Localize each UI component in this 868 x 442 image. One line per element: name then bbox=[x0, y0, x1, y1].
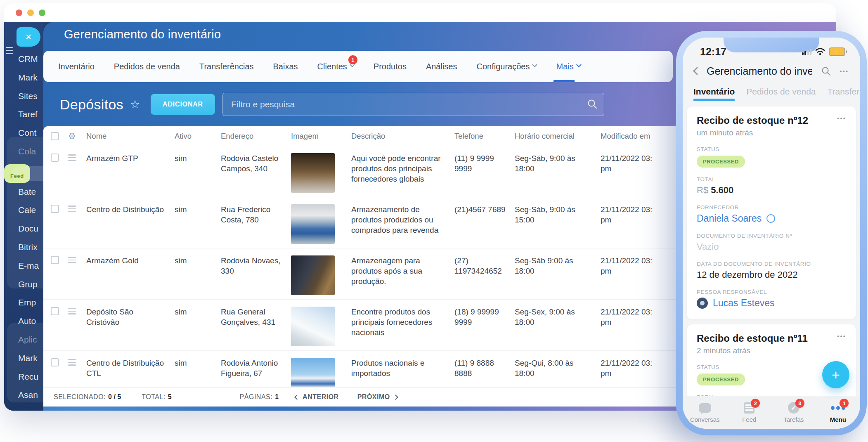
back-chevron-icon[interactable] bbox=[693, 67, 701, 75]
card-menu-icon[interactable]: ••• bbox=[837, 115, 846, 122]
drag-handle-icon[interactable] bbox=[68, 206, 76, 214]
row-checkbox[interactable] bbox=[51, 154, 59, 162]
drag-handle-icon[interactable] bbox=[68, 154, 76, 163]
window-zoom-button[interactable] bbox=[39, 9, 45, 16]
cell-active: sim bbox=[175, 307, 221, 317]
row-checkbox[interactable] bbox=[51, 205, 59, 213]
drag-handle-icon[interactable] bbox=[68, 308, 76, 316]
sidebar-item-grupos[interactable]: Grup bbox=[4, 275, 43, 294]
search-icon[interactable] bbox=[587, 99, 598, 109]
sidebar-item-email[interactable]: E-ma bbox=[4, 257, 43, 275]
sidebar-item-documentos[interactable]: Docu bbox=[4, 220, 43, 238]
field-label: TOTAL bbox=[697, 176, 846, 182]
responsible-person-link[interactable]: Lucas Esteves bbox=[697, 298, 846, 309]
bottomnav-tarefas[interactable]: ✓ 3 Tarefas bbox=[771, 396, 816, 429]
search-input[interactable] bbox=[222, 93, 604, 116]
favorite-star-icon[interactable]: ☆ bbox=[130, 98, 140, 111]
column-header-endereco[interactable]: Endereço bbox=[221, 132, 291, 141]
tab-analises[interactable]: Análises bbox=[426, 51, 457, 82]
tab-inventario[interactable]: Inventário bbox=[58, 51, 95, 82]
sidebar-item-aplicativos[interactable]: Aplic bbox=[4, 331, 43, 349]
tab-clientes[interactable]: Clientes 1 bbox=[317, 51, 354, 82]
sidebar-item-crm[interactable]: CRM bbox=[4, 50, 43, 69]
next-page-button[interactable]: PRÓXIMO bbox=[357, 393, 397, 401]
sidebar-item-automacao[interactable]: Auto bbox=[4, 312, 43, 331]
column-header-telefone[interactable]: Telefone bbox=[454, 132, 515, 141]
cell-address: Rodovia Castelo Campos, 340 bbox=[221, 153, 291, 174]
phone-tab-inventario[interactable]: Inventário bbox=[693, 82, 735, 101]
chevron-down-icon bbox=[532, 62, 538, 67]
total-value: R$5.600 bbox=[697, 185, 846, 196]
phone-tab-transferencias[interactable]: Transferências bbox=[828, 82, 861, 101]
notification-badge: 2 bbox=[751, 399, 760, 408]
window-close-button[interactable] bbox=[16, 9, 22, 16]
avatar bbox=[697, 298, 708, 309]
battery-charging-icon: ⚡ bbox=[829, 47, 845, 56]
tab-pedidos-de-venda[interactable]: Pedidos de venda bbox=[114, 51, 180, 82]
row-checkbox[interactable] bbox=[51, 358, 59, 366]
total-count: TOTAL:5 bbox=[142, 393, 171, 401]
sidebar-item-tarefas[interactable]: Taref bbox=[4, 105, 43, 124]
page-title: Gerenciamento do inventário bbox=[64, 28, 221, 41]
column-header-descricao[interactable]: Descrição bbox=[351, 132, 454, 141]
sidebar-item-marketing[interactable]: Mark bbox=[4, 69, 43, 87]
truck-loading-photo bbox=[291, 255, 335, 295]
cell-hours: Seg-Qui, 8:00 às 18:00 bbox=[515, 358, 601, 378]
cell-description: Armazenamento de produtos produzidos ou … bbox=[351, 204, 454, 235]
receipt-title: Recibo de estoque nº11 bbox=[697, 333, 808, 344]
sidebar-item-empresa[interactable]: Emp bbox=[4, 293, 43, 312]
sidebar-item-market[interactable]: Mark bbox=[4, 349, 43, 368]
status-badge: PROCESSED bbox=[697, 373, 745, 385]
tab-transferencias[interactable]: Transferências bbox=[199, 51, 254, 82]
table-settings-gear-icon[interactable]: ⚙ bbox=[68, 132, 86, 140]
column-header-ativo[interactable]: Ativo bbox=[175, 132, 221, 141]
tab-configuracoes[interactable]: Configurações bbox=[477, 51, 537, 82]
column-header-nome[interactable]: Nome bbox=[86, 132, 175, 141]
receipt-list: Recibo de estoque nº12 ••• um minuto atr… bbox=[683, 102, 860, 396]
search-icon[interactable] bbox=[821, 66, 831, 76]
cell-phone: (11) 9 9999 9999 bbox=[454, 153, 515, 174]
bottomnav-feed[interactable]: 2 Feed bbox=[727, 396, 772, 429]
cell-description: Encontre produtos dos principais fornece… bbox=[351, 307, 454, 338]
active-tab-indicator bbox=[553, 80, 575, 82]
column-header-horario[interactable]: Horário comercial bbox=[515, 132, 601, 141]
row-checkbox[interactable] bbox=[51, 256, 59, 264]
bottomnav-menu[interactable]: 1 Menu bbox=[816, 396, 861, 429]
tab-baixas[interactable]: Baixas bbox=[273, 51, 298, 82]
drag-handle-icon[interactable] bbox=[68, 359, 76, 367]
sidebar-item-contatos[interactable]: Cont bbox=[4, 124, 43, 142]
chat-icon bbox=[699, 403, 711, 413]
tab-mais[interactable]: Mais bbox=[556, 51, 580, 82]
bottomnav-conversas[interactable]: Conversas bbox=[683, 396, 727, 429]
window-minimize-button[interactable] bbox=[27, 9, 34, 16]
sidebar-item-asana[interactable]: Asan bbox=[4, 386, 43, 404]
tab-produtos[interactable]: Produtos bbox=[374, 51, 407, 82]
select-all-checkbox[interactable] bbox=[51, 132, 59, 140]
add-button[interactable]: ADICIONAR bbox=[151, 94, 215, 115]
add-fab-button[interactable]: + bbox=[822, 361, 849, 388]
sidebar-close-button[interactable]: × bbox=[17, 27, 40, 47]
sidebar-item-calendario[interactable]: Cale bbox=[4, 201, 43, 220]
receipt-card[interactable]: Recibo de estoque nº12 ••• um minuto atr… bbox=[687, 106, 856, 319]
document-number-value: Vazio bbox=[697, 241, 846, 252]
card-menu-icon[interactable]: ••• bbox=[837, 333, 846, 340]
sidebar-item-colaboracao[interactable]: Cola bbox=[4, 142, 43, 161]
cell-name: Centro de Distribuição CTL bbox=[86, 358, 175, 378]
phone-tab-pedidos[interactable]: Pedidos de venda bbox=[746, 82, 816, 101]
receipt-title: Recibo de estoque nº12 bbox=[697, 115, 808, 126]
sidebar-item-bitrix[interactable]: Bitrix bbox=[4, 238, 43, 257]
field-label: FORNECEDOR bbox=[697, 204, 846, 210]
sidebar-item-feed[interactable]: Feed bbox=[4, 164, 30, 183]
row-checkbox[interactable] bbox=[51, 307, 59, 315]
sidebar-item-batepapo[interactable]: Bate bbox=[4, 183, 43, 201]
more-options-icon[interactable]: ••• bbox=[840, 68, 849, 75]
selected-count: SELECIONADO:0 / 5 bbox=[54, 393, 121, 401]
cell-hours: Seg-Sex, 9:00 às 18:00 bbox=[515, 307, 601, 327]
sidebar-item-sites[interactable]: Sites bbox=[4, 87, 43, 106]
drag-handle-icon[interactable] bbox=[68, 257, 76, 265]
previous-page-button[interactable]: ANTERIOR bbox=[295, 393, 339, 401]
sidebar-item-recursos[interactable]: Recu bbox=[4, 368, 43, 386]
supplier-link[interactable]: Daniela Soares bbox=[697, 213, 846, 224]
column-header-imagem[interactable]: Imagem bbox=[291, 132, 351, 141]
active-tab-indicator bbox=[693, 99, 735, 101]
